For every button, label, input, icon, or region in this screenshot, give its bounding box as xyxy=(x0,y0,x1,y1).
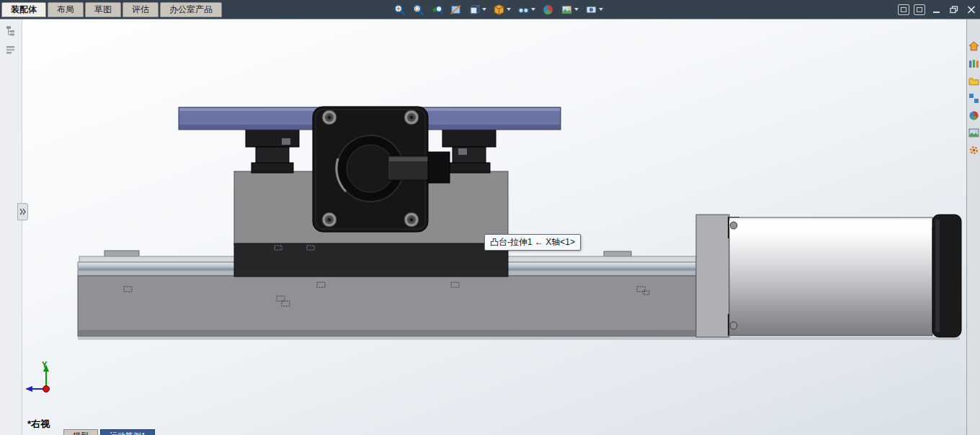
tab-motion-study[interactable]: 运动算例1 xyxy=(100,429,155,435)
display-pane-icon[interactable] xyxy=(5,44,17,55)
chevron-down-icon[interactable] xyxy=(507,8,511,11)
tab-sketch[interactable]: 草图 xyxy=(85,2,121,17)
view-settings-icon[interactable] xyxy=(584,1,605,17)
model-motion-tabs: 模型 运动算例1 xyxy=(63,429,155,435)
close-icon[interactable] xyxy=(966,4,977,14)
hide-show-items-icon[interactable] xyxy=(516,1,537,17)
custom-properties-icon[interactable] xyxy=(968,145,979,156)
tab-office-products[interactable]: 办公室产品 xyxy=(160,2,222,17)
edit-appearance-icon[interactable] xyxy=(540,1,556,17)
chevron-down-icon[interactable] xyxy=(599,8,603,11)
section-view-icon[interactable] xyxy=(448,1,463,17)
file-explorer-icon[interactable] xyxy=(968,76,979,86)
zoom-to-area-icon[interactable] xyxy=(411,1,426,17)
ground-shadow xyxy=(78,337,960,340)
apply-scene-icon[interactable] xyxy=(559,1,580,17)
display-style-icon[interactable] xyxy=(491,1,512,17)
restore-icon[interactable] xyxy=(948,4,960,14)
tab-model[interactable]: 模型 xyxy=(63,429,98,435)
scenes-icon[interactable] xyxy=(968,127,979,138)
assembly-tree-icon[interactable] xyxy=(5,25,17,37)
view-orientation-label: *右视 xyxy=(27,418,50,431)
task-pane xyxy=(966,19,980,435)
window-controls xyxy=(931,4,977,14)
chevron-down-icon[interactable] xyxy=(482,8,486,11)
doc-button-2[interactable] xyxy=(914,4,925,15)
3d-viewport[interactable]: Y Z xyxy=(0,0,980,435)
selection-tooltip: 凸台-拉伸1 ← X轴<1> xyxy=(484,234,581,251)
heads-up-toolbar xyxy=(392,0,605,19)
tab-evaluate[interactable]: 评估 xyxy=(122,2,159,17)
chevron-down-icon[interactable] xyxy=(574,8,579,11)
triad-y-label: Y xyxy=(42,360,48,369)
chevron-down-icon[interactable] xyxy=(531,8,535,11)
zoom-to-fit-icon[interactable] xyxy=(392,1,407,17)
command-tabs: 装配体 布局 草图 评估 办公室产品 xyxy=(1,2,222,17)
tab-assembly[interactable]: 装配体 xyxy=(1,2,46,17)
view-orientation-icon[interactable] xyxy=(467,1,488,17)
previous-view-icon[interactable] xyxy=(429,1,445,17)
command-manager-bar: 装配体 布局 草图 评估 办公室产品 xyxy=(0,0,980,19)
minimize-icon[interactable] xyxy=(931,4,943,14)
document-window-buttons xyxy=(898,4,925,15)
doc-button-1[interactable] xyxy=(898,4,909,15)
design-library-icon[interactable] xyxy=(968,58,979,69)
view-palette-icon[interactable] xyxy=(968,93,979,104)
resources-icon[interactable] xyxy=(968,41,979,52)
tab-layout[interactable]: 布局 xyxy=(48,2,84,17)
appearances-icon[interactable] xyxy=(968,110,979,121)
expand-featuremanager-arrow[interactable] xyxy=(17,203,28,220)
drive-motor[interactable] xyxy=(696,215,961,337)
shaft-coupling[interactable] xyxy=(388,152,450,183)
left-panel-strip xyxy=(0,19,22,435)
